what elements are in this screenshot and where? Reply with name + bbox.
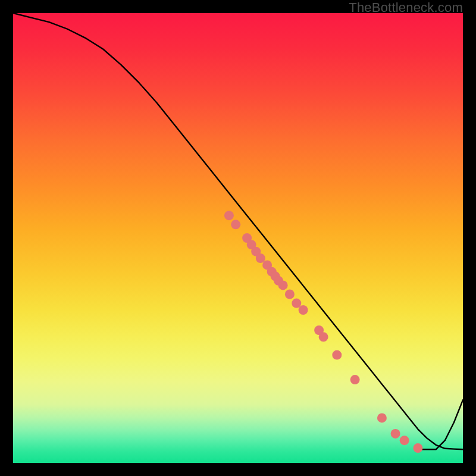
data-marker	[285, 290, 295, 299]
bottleneck-curve	[13, 13, 463, 449]
watermark-text: TheBottleneck.com	[349, 0, 463, 15]
data-marker	[231, 220, 240, 229]
data-markers	[224, 211, 423, 453]
data-marker	[278, 280, 288, 290]
data-marker	[391, 429, 400, 439]
data-marker	[350, 375, 360, 384]
chart-overlay	[0, 0, 476, 476]
data-marker	[299, 305, 308, 315]
data-marker	[319, 332, 328, 342]
bottleneck-tail	[418, 400, 463, 449]
data-marker	[400, 436, 409, 445]
data-marker	[413, 443, 422, 453]
chart-stage: TheBottleneck.com	[0, 0, 476, 476]
data-marker	[377, 413, 387, 422]
data-marker	[256, 253, 265, 263]
data-marker	[292, 299, 301, 308]
data-marker	[224, 211, 234, 220]
data-marker	[332, 350, 342, 360]
